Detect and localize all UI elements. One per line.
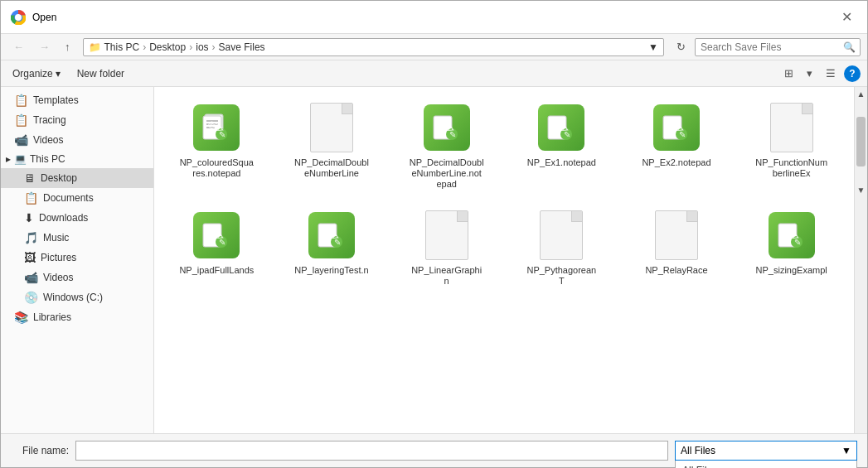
- music-icon: 🎵: [24, 231, 38, 244]
- downloads-icon: ⬇: [24, 211, 34, 224]
- refresh-button[interactable]: ↻: [671, 37, 691, 56]
- sidebar-item-label: Pictures: [41, 252, 76, 263]
- chrome-icon: [11, 10, 26, 25]
- svg-text:✎: ✎: [449, 130, 456, 139]
- file-item[interactable]: ✎ NP_Ex1.notepad: [506, 94, 618, 198]
- sidebar-item-label: Libraries: [33, 311, 71, 323]
- open-dialog: Open ✕ ← → ↑ 📁 This PC › Desktop › ios ›…: [0, 0, 868, 468]
- file-item[interactable]: NP_DecimalDoubleNumberLine: [276, 94, 388, 198]
- sidebar-item-desktop[interactable]: 🖥 Desktop: [1, 168, 153, 188]
- breadcrumb-savefiles[interactable]: Save Files: [219, 41, 265, 53]
- videos2-icon: 📹: [24, 271, 38, 284]
- main-content: 📋 Templates 📋 Tracing 📹 Videos ▸ 💻 This …: [1, 87, 867, 433]
- back-button[interactable]: ←: [7, 37, 30, 56]
- file-item[interactable]: ✎ NP_ipadFullLands: [161, 201, 273, 294]
- app-file-icon: ✎: [308, 212, 355, 258]
- file-icon-wrapper: [650, 209, 703, 262]
- file-item[interactable]: NP_RelayRace: [621, 201, 733, 294]
- organize-button[interactable]: Organize ▾: [7, 65, 65, 82]
- dropdown-option-all-files[interactable]: All Files: [676, 461, 856, 468]
- file-icon-wrapper: ✎: [190, 209, 243, 262]
- file-icon-wrapper: ✎: [650, 101, 703, 154]
- desktop-icon: 🖥: [24, 171, 36, 185]
- file-name-input[interactable]: [75, 441, 668, 461]
- svg-text:✎: ✎: [794, 238, 801, 247]
- dropdown-selected-label: All Files: [681, 445, 715, 456]
- sep3: ›: [212, 41, 216, 53]
- sidebar-item-label: Documents: [43, 192, 94, 204]
- file-item[interactable]: ✎ NP_layeringTest.n: [276, 201, 388, 294]
- file-icon-wrapper: [535, 209, 588, 262]
- file-grid: ✎ NP_colouredSquares.notepad NP_DecimalD…: [161, 94, 847, 294]
- search-icon[interactable]: 🔍: [843, 41, 856, 53]
- file-icon-wrapper: ✎: [420, 101, 473, 154]
- breadcrumb-ios[interactable]: ios: [196, 41, 208, 53]
- breadcrumb-thispc[interactable]: This PC: [104, 41, 140, 53]
- sidebar-item-label: Tracing: [33, 114, 66, 126]
- svg-text:✎: ✎: [219, 130, 225, 139]
- file-page-icon: [425, 210, 468, 260]
- dropdown-arrow[interactable]: ▼: [648, 41, 658, 53]
- view-details-button[interactable]: ☰: [821, 64, 841, 83]
- help-button[interactable]: ?: [844, 65, 861, 82]
- documents-icon: 📋: [24, 191, 38, 205]
- file-name: NP_RelayRace: [645, 265, 707, 276]
- sidebar-item-label: Music: [43, 232, 69, 244]
- sidebar-item-templates[interactable]: 📋 Templates: [1, 90, 153, 110]
- scroll-down-arrow[interactable]: ▼: [855, 183, 867, 196]
- sidebar-item-pictures[interactable]: 🖼 Pictures: [1, 248, 153, 268]
- svg-rect-12: [548, 116, 566, 139]
- sidebar-item-music[interactable]: 🎵 Music: [1, 228, 153, 248]
- file-item[interactable]: ✎ NP_Ex2.notepad: [621, 94, 733, 198]
- file-item[interactable]: ✎ NP_colouredSquares.notepad: [161, 94, 273, 198]
- sidebar-item-label: Videos: [43, 272, 73, 283]
- sidebar-item-tracing[interactable]: 📋 Tracing: [1, 110, 153, 130]
- file-name-row: File name: All Files ▼ All Files Custom …: [11, 441, 857, 461]
- svg-point-1: [15, 14, 22, 21]
- sidebar-item-documents[interactable]: 📋 Documents: [1, 188, 153, 208]
- sidebar-item-videos[interactable]: 📹 Videos: [1, 130, 153, 150]
- file-icon-wrapper: ✎: [765, 209, 818, 262]
- up-button[interactable]: ↑: [59, 37, 76, 56]
- bottom-bar: File name: All Files ▼ All Files Custom …: [1, 433, 867, 467]
- dropdown-display[interactable]: All Files ▼: [675, 441, 857, 461]
- file-type-dropdown[interactable]: All Files ▼ All Files Custom Files All F…: [675, 441, 857, 461]
- sidebar-item-libraries[interactable]: 📚 Libraries: [1, 307, 153, 327]
- sidebar-item-windows-c[interactable]: 💿 Windows (C:): [1, 287, 153, 307]
- sidebar-item-downloads[interactable]: ⬇ Downloads: [1, 208, 153, 228]
- file-icon-wrapper: ✎: [535, 101, 588, 154]
- new-folder-button[interactable]: New folder: [72, 65, 129, 82]
- close-button[interactable]: ✕: [836, 7, 857, 27]
- file-name-label: File name:: [11, 445, 69, 456]
- view-large-icons-button[interactable]: ⊞: [779, 64, 798, 83]
- scroll-thumb[interactable]: [856, 117, 866, 166]
- file-item[interactable]: NP_FunctionNumberlineEx: [735, 94, 847, 198]
- file-name: NP_PythagoreanT: [524, 265, 599, 287]
- search-input[interactable]: [695, 38, 861, 56]
- dropdown-chevron-icon: ▼: [841, 445, 851, 456]
- scroll-up-arrow[interactable]: ▲: [855, 87, 867, 100]
- breadcrumb[interactable]: 📁 This PC › Desktop › ios › Save Files ▼: [83, 38, 665, 56]
- windows-c-icon: 💿: [24, 291, 38, 304]
- svg-rect-24: [778, 224, 797, 247]
- app-file-icon: ✎: [769, 212, 815, 258]
- file-name: NP_layeringTest.n: [294, 265, 368, 276]
- sidebar-item-label: Videos: [33, 134, 63, 146]
- forward-button[interactable]: →: [33, 37, 56, 56]
- file-item[interactable]: ✎ NP_DecimalDoubleNumberLine.notepad: [390, 94, 502, 198]
- file-icon-wrapper: ✎: [190, 101, 243, 154]
- file-item[interactable]: ✎ NP_sizingExampl: [735, 201, 847, 294]
- file-name: NP_LinearGraphin: [410, 265, 484, 287]
- sidebar-this-pc-header[interactable]: ▸ 💻 This PC: [1, 150, 153, 168]
- vertical-scrollbar[interactable]: ▲ ▼: [854, 87, 867, 433]
- breadcrumb-desktop[interactable]: Desktop: [149, 41, 186, 53]
- libraries-icon: 📚: [14, 311, 28, 324]
- svg-rect-18: [203, 224, 221, 247]
- sidebar-item-label: This PC: [30, 153, 65, 165]
- view-dropdown-button[interactable]: ▾: [802, 64, 817, 83]
- sidebar-item-videos2[interactable]: 📹 Videos: [1, 268, 153, 287]
- sep1: ›: [143, 41, 146, 53]
- file-item[interactable]: NP_LinearGraphin: [390, 201, 502, 294]
- sidebar: 📋 Templates 📋 Tracing 📹 Videos ▸ 💻 This …: [1, 87, 154, 433]
- file-item[interactable]: NP_PythagoreanT: [506, 201, 618, 294]
